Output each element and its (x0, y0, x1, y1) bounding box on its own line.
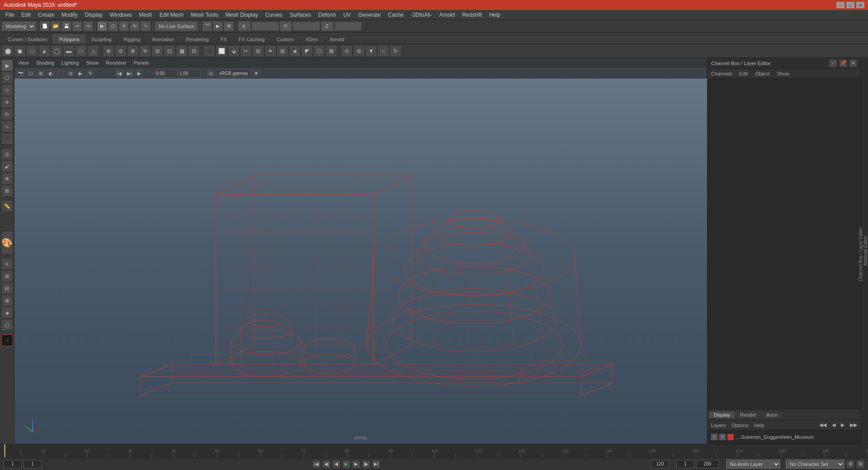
menu-curves[interactable]: Curves (262, 11, 286, 19)
redo-btn[interactable]: ↪ (83, 21, 93, 31)
layer-nav-right-right[interactable]: ▶▶ (850, 422, 857, 428)
lasso-btn[interactable]: ⬡ (108, 21, 118, 31)
display-tab-render[interactable]: Render (736, 411, 761, 418)
sphere-btn[interactable]: ⬤ (2, 45, 14, 57)
layer-nav-right[interactable]: ▶ (841, 422, 844, 428)
display6-btn[interactable]: ⬡ (1, 319, 13, 331)
maximize-button[interactable]: □ (846, 2, 854, 8)
cylinder-btn[interactable]: ⬭ (26, 45, 38, 57)
combine-btn[interactable]: ⊕ (103, 45, 114, 57)
display4-btn[interactable]: ⊠ (1, 295, 13, 306)
tab-rendering[interactable]: Rendering (180, 34, 215, 44)
anim-start-field[interactable] (676, 460, 694, 468)
interactive-split-btn[interactable]: ⊟ (252, 45, 264, 57)
vp-menu-renderer[interactable]: Renderer (106, 60, 127, 66)
vp-frame-all[interactable]: ⬛ (56, 69, 65, 77)
scale-btn[interactable]: ⤡ (141, 21, 151, 31)
timeline[interactable] (0, 444, 868, 457)
tab-custom[interactable]: Custom (271, 34, 300, 44)
menu-redshift[interactable]: Redshift (458, 11, 486, 19)
menu-cache[interactable]: Cache (384, 11, 407, 19)
bevel-btn[interactable]: ⬡ (313, 45, 325, 57)
menu-mesh-tools[interactable]: Mesh Tools (187, 11, 222, 19)
menu-modify[interactable]: Modify (58, 11, 81, 19)
spin-btn[interactable]: ↻ (390, 45, 401, 57)
vp-hide-sel[interactable]: ◐ (46, 69, 55, 77)
move-lt-btn[interactable]: ✛ (1, 96, 13, 108)
multi-cut-btn[interactable]: ✦ (264, 45, 276, 57)
x-field[interactable] (252, 22, 279, 31)
transform-lt-btn[interactable]: ⬛ (1, 133, 13, 145)
menu-uv[interactable]: UV (340, 11, 354, 19)
select-lt-btn[interactable]: ▶ (1, 60, 13, 71)
menu-generate[interactable]: Generate (354, 11, 384, 19)
vp-float1[interactable] (155, 69, 177, 77)
vp-prev-key[interactable]: |◀ (115, 69, 124, 77)
go-end-btn[interactable]: ▶| (372, 460, 380, 468)
flip-btn[interactable]: ↔ (377, 45, 389, 57)
retopo-btn[interactable]: ▦ (176, 45, 188, 57)
rotate-lt-btn[interactable]: ↻ (1, 108, 13, 120)
poke-btn[interactable]: ◈ (289, 45, 301, 57)
tab-polygons[interactable]: Polygons (53, 34, 85, 44)
vp-camera-btn[interactable]: 📷 (16, 69, 25, 77)
tab-xgen[interactable]: XGen (299, 34, 324, 44)
open-file-btn[interactable]: 📂 (51, 21, 61, 31)
layer-playback[interactable]: P (719, 434, 726, 440)
next-key-btn[interactable]: |▶ (362, 460, 370, 468)
paint-select-btn[interactable]: ⬡ (1, 72, 13, 84)
layers-subtab[interactable]: Layers (711, 423, 726, 428)
tab-sculpting[interactable]: Sculpting (85, 34, 118, 44)
boolean-btn[interactable]: ⊗ (127, 45, 139, 57)
next-frame-btn[interactable]: ▶ (352, 460, 360, 468)
tab-arnold[interactable]: Arnold (324, 34, 350, 44)
new-file-btn[interactable]: 📄 (40, 21, 50, 31)
go-start-btn[interactable]: |◀ (312, 460, 321, 468)
rotate-btn[interactable]: ↻ (130, 21, 140, 31)
connect-btn[interactable]: ⊞ (277, 45, 288, 57)
layer-nav-left-left[interactable]: ◀◀ (819, 422, 826, 428)
vp-next-key[interactable]: ▶| (125, 69, 134, 77)
play-btn[interactable]: ▶ (342, 460, 350, 468)
menu-create[interactable]: Create (34, 11, 58, 19)
z-field[interactable] (335, 22, 362, 31)
reduce-btn[interactable]: ⊡ (164, 45, 175, 57)
plane-btn[interactable]: ▬ (63, 45, 75, 57)
transport-settings2[interactable]: ⚙ (856, 460, 864, 468)
layer-color-swatch[interactable] (727, 434, 734, 440)
display5-btn[interactable]: ◈ (1, 307, 13, 319)
bridge-btn[interactable]: ⬜ (216, 45, 227, 57)
tab-animation[interactable]: Animation (146, 34, 180, 44)
measure-btn[interactable]: 📏 (1, 200, 13, 212)
select-tool-btn[interactable]: ▶ (97, 21, 107, 31)
display3-btn[interactable]: ⊟ (1, 282, 13, 294)
menu-windows[interactable]: Windows (106, 11, 136, 19)
start-frame-field[interactable] (4, 460, 22, 468)
hole-btn[interactable]: ⊟ (188, 45, 200, 57)
show-manip-btn[interactable]: ⊕ (1, 173, 13, 184)
disk-btn[interactable]: ⬭ (75, 45, 87, 57)
rp-pin-btn[interactable]: 📌 (839, 59, 847, 67)
prism-btn[interactable]: △ (87, 45, 99, 57)
prev-key-btn[interactable]: ◀| (322, 460, 330, 468)
snap-btn[interactable]: ⊞ (1, 185, 13, 197)
separate-btn[interactable]: ⊘ (115, 45, 127, 57)
cube-btn[interactable]: ◼ (14, 45, 26, 57)
vp-float2[interactable] (178, 69, 201, 77)
vp-menu-panels[interactable]: Panels (134, 60, 149, 66)
vp-menu-shading[interactable]: Shading (36, 60, 54, 66)
tab-curves-surfaces[interactable]: Curves / Surfaces (2, 34, 53, 44)
rp-tab-object[interactable]: Object (755, 71, 769, 76)
y-field[interactable] (293, 22, 320, 31)
save-file-btn[interactable]: 💾 (61, 21, 71, 31)
append-btn[interactable]: ⬙ (228, 45, 240, 57)
lasso-lt-btn[interactable]: ⊃ (1, 84, 13, 96)
rp-tab-channels[interactable]: Channels (711, 71, 732, 76)
anim-layer-select[interactable]: No Anim Layer (726, 460, 780, 469)
vp-render[interactable]: ▶ (76, 69, 85, 77)
vp-tb2[interactable]: ⬡ (26, 69, 35, 77)
rp-close-btn[interactable]: ✕ (849, 59, 857, 67)
layer-row[interactable]: V P ....Solomon_Guggenheim_Museum (709, 432, 859, 442)
rp-tab-show[interactable]: Show (777, 71, 789, 76)
vp-play[interactable]: ▶ (135, 69, 144, 77)
